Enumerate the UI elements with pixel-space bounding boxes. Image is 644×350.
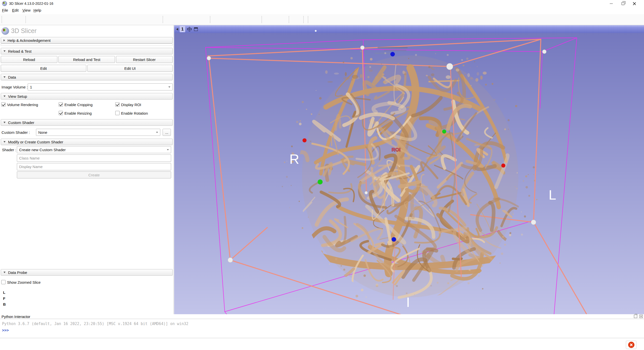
section-reload-test[interactable]: Reload & Test [1,48,173,54]
expanded-arrow-icon [4,272,6,273]
chevron-down-icon [156,132,158,133]
pin-icon[interactable] [176,28,178,30]
view-label: 1 [180,26,185,32]
section-custom-shader[interactable]: Custom Shader [1,119,173,126]
chevron-down-icon [167,149,169,150]
orientation-label-left: L [549,187,556,202]
threed-viewport[interactable]: 1 [174,25,644,314]
roi-face-dot-green[interactable] [318,179,323,184]
reload-and-test-button[interactable]: Reload and Test [58,56,115,63]
view-crosshair-icon[interactable] [187,27,192,31]
section-modify-create-shader[interactable]: Modify or Create Custom Shader [1,139,173,145]
shader-selector-value: Create new Custom Shader [19,148,66,152]
section-data[interactable]: Data [1,74,173,80]
display-roi-checkbox[interactable] [115,102,120,107]
edit-button[interactable]: Edit [1,65,86,72]
enable-cropping-label: Enable Cropping [64,103,93,107]
toolbar: ↑ DATA ⇅ DCM ↓ SAVE Modules: PRISM Rende… [0,14,644,25]
roi-name-label: ROI [392,147,401,152]
image-volume-value: 1 [30,85,32,89]
probe-row-f: F [3,296,5,301]
class-name-input[interactable] [17,154,171,162]
minimize-button[interactable] [605,0,617,7]
close-panel-icon[interactable] [639,315,643,318]
roi-face-dot-blue[interactable] [390,52,395,56]
roi-face-dot-red[interactable] [501,164,505,168]
toolbar-separator [303,16,304,23]
enable-resizing-checkbox[interactable] [59,111,63,115]
volume-rendering-label: Volume Rendering [7,103,38,107]
volume-rendering-checkbox[interactable] [1,102,6,107]
create-shader-button[interactable]: Create [17,171,171,178]
expanded-arrow-icon [4,96,6,97]
shader-label: Shader : [2,148,16,152]
section-view-setup[interactable]: View Setup [1,93,173,100]
orientation-label-inferior: I [406,295,410,310]
toolbar-separator [162,16,163,23]
image-volume-selector[interactable]: 1 [28,83,173,90]
custom-shader-selector[interactable]: None [36,129,160,136]
threed-scene[interactable]: R L I ROI [174,33,644,314]
enable-cropping-checkbox[interactable] [59,102,63,107]
title-bar: 3D Slicer 4.13.0-2022-01-16 [0,0,644,7]
toolbar-handle[interactable] [1,16,2,23]
menu-help[interactable]: Help [33,8,41,12]
section-data-probe[interactable]: Data Probe [1,269,173,276]
custom-shader-more-button[interactable]: ... [163,129,171,136]
toolbar-separator [261,16,262,23]
reload-button[interactable]: Reload [1,56,57,63]
roi-face-dot-green[interactable] [442,130,446,134]
close-button[interactable] [629,0,640,7]
restart-slicer-button[interactable]: Restart Slicer [116,56,173,63]
custom-shader-label: Custom Shader : [2,130,30,135]
display-name-input[interactable] [17,163,171,170]
undock-icon[interactable] [634,315,637,318]
probe-row-b: B [3,302,6,306]
toolbar-separator [25,16,26,23]
enable-rotation-checkbox[interactable] [115,111,120,115]
orientation-label-right: R [289,151,299,167]
toolbar-separator [210,16,210,23]
toolbar-separator [308,16,308,23]
status-bar [0,338,644,350]
module-panel: 3D Slicer Help & Acknowledgement Reload … [0,25,173,314]
view-maximize-icon[interactable] [194,27,198,31]
roi-face-dot-blue[interactable] [392,237,396,242]
python-interactor-title: Python Interactor [2,314,30,319]
image-volume-label: Image Volume : [2,85,28,89]
window-title: 3D Slicer 4.13.0-2022-01-16 [9,2,53,6]
expanded-arrow-icon [4,141,6,143]
collapsed-arrow-icon [4,39,5,41]
menu-view[interactable]: View [22,8,30,12]
collapsed-section-strip [1,44,173,46]
display-roi-label: Display ROI [121,103,141,107]
python-console[interactable]: Python 3.6.7 (default, Jan 16 2022, 23:2… [0,319,644,338]
probe-row-l: L [3,290,5,295]
python-interactor-header: Python Interactor [0,314,644,319]
menu-bar: File Edit View Help [0,7,644,14]
expanded-arrow-icon [4,50,6,52]
panel-app-title: 3D Slicer [11,27,36,35]
slicer-logo-icon [2,1,7,6]
view-controller-bar: 1 [174,25,644,33]
toolbar-separator [288,16,289,23]
slicer-panel-logo-icon [2,27,9,35]
edit-ui-button[interactable]: Edit UI [87,65,173,72]
python-prompt[interactable]: >>> [2,328,9,333]
show-zoomed-slice-checkbox[interactable] [1,280,6,284]
custom-shader-value: None [38,130,47,135]
shader-selector[interactable]: Create new Custom Shader [17,146,171,153]
chevron-down-icon [168,86,170,88]
error-icon [628,342,634,348]
expanded-arrow-icon [4,76,6,78]
error-log-button[interactable] [626,341,636,349]
section-help-acknowledgement[interactable]: Help & Acknowledgement [1,37,173,44]
roi-face-dot-red[interactable] [302,138,307,142]
expanded-arrow-icon [4,122,6,123]
menu-file[interactable]: File [2,8,8,12]
python-banner: Python 3.6.7 (default, Jan 16 2022, 23:2… [2,322,188,326]
maximize-button[interactable] [617,0,629,7]
show-zoomed-slice-label: Show Zoomed Slice [7,280,41,284]
enable-resizing-label: Enable Resizing [64,111,92,115]
menu-edit[interactable]: Edit [12,8,19,12]
